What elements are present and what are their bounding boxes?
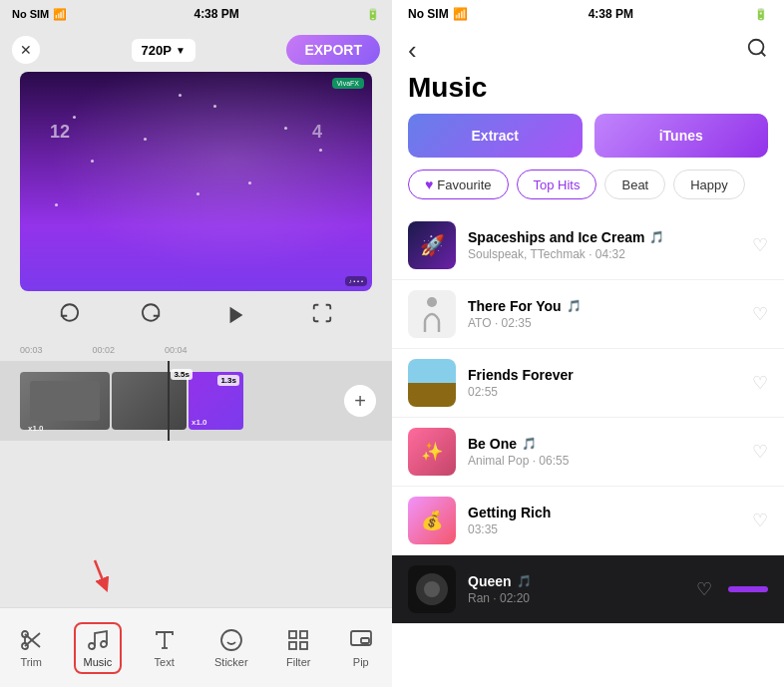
- fullscreen-button[interactable]: [311, 302, 333, 329]
- tool-text[interactable]: Text: [145, 624, 185, 672]
- song-thumb-5: 💰: [408, 497, 456, 544]
- svg-line-22: [761, 52, 765, 56]
- timecode-2: 00:02: [93, 345, 116, 355]
- clip-purple[interactable]: 1.3s x1.0: [189, 372, 243, 430]
- play-button[interactable]: [220, 299, 252, 331]
- clip-label-1: 3.5s: [171, 369, 193, 380]
- status-right-left: No SIM 📶: [408, 7, 468, 21]
- tool-filter[interactable]: Filter: [278, 624, 318, 672]
- bottom-toolbar: Trim Music Text: [0, 607, 392, 687]
- svg-point-12: [221, 630, 241, 650]
- left-panel: No SIM 📶 4:38 PM 🔋 ✕ 720P ▼ EXPORT: [0, 0, 392, 687]
- list-item[interactable]: There For You 🎵 ATO · 02:35 ♡: [392, 280, 784, 349]
- list-item[interactable]: Friends Forever 02:55 ♡: [392, 349, 784, 418]
- song-meta-6: Ran · 02:20: [468, 591, 684, 605]
- timeline-ruler: 00:03 00:02 00:04: [0, 339, 392, 361]
- tool-sticker[interactable]: Sticker: [206, 624, 256, 672]
- time-right: 4:38 PM: [588, 7, 633, 21]
- song-info-5: Getting Rich 03:35: [468, 505, 740, 536]
- wifi-icon-left: 📶: [53, 8, 67, 21]
- heart-icon: ♥: [425, 176, 433, 192]
- clip-x-purple: x1.0: [192, 418, 207, 427]
- svg-point-21: [749, 39, 764, 54]
- list-item[interactable]: 💰 Getting Rich 03:35 ♡: [392, 487, 784, 555]
- play-progress-bar: [728, 586, 768, 592]
- counter2: 4: [312, 122, 322, 143]
- svg-rect-16: [300, 631, 307, 638]
- clip-x-1: x1.0: [28, 424, 44, 433]
- song-title-1: Spaceships and Ice Cream 🎵: [468, 229, 740, 245]
- song-title-2: There For You 🎵: [468, 298, 740, 314]
- list-item[interactable]: 🚀 Spaceships and Ice Cream 🎵 Soulspeak, …: [392, 211, 784, 280]
- carrier-right: No SIM: [408, 7, 449, 21]
- resolution-button[interactable]: 720P ▼: [132, 39, 196, 62]
- carrier-left: No SIM: [12, 8, 49, 20]
- song-info-6: Queen 🎵 Ran · 02:20: [468, 573, 684, 605]
- song-title-6: Queen 🎵: [468, 573, 684, 589]
- top-bar: ✕ 720P ▼ EXPORT: [0, 28, 392, 72]
- song-meta-3: 02:55: [468, 385, 740, 399]
- svg-point-8: [89, 643, 95, 649]
- status-icons-left: 🔋: [366, 8, 380, 21]
- battery-left: 🔋: [366, 8, 380, 21]
- search-button[interactable]: [746, 37, 768, 64]
- heart-button-3[interactable]: ♡: [752, 372, 768, 394]
- song-thumb-2: [408, 290, 456, 338]
- back-button[interactable]: ‹: [408, 35, 417, 66]
- clip-label-purple: 1.3s: [217, 375, 239, 386]
- heart-button-6[interactable]: ♡: [696, 578, 712, 600]
- song-info-1: Spaceships and Ice Cream 🎵 Soulspeak, TT…: [468, 229, 740, 261]
- status-right-right: 🔋: [754, 8, 768, 21]
- list-item[interactable]: ✨ Be One 🎵 Animal Pop · 06:55 ♡: [392, 418, 784, 487]
- pro-badge-1: 🎵: [649, 230, 664, 244]
- pro-badge-2: 🎵: [567, 299, 582, 313]
- song-thumb-1: 🚀: [408, 221, 456, 269]
- heart-button-2[interactable]: ♡: [752, 303, 768, 325]
- tool-music[interactable]: Music: [74, 622, 123, 674]
- redo-button[interactable]: [140, 302, 162, 329]
- video-preview: 12 4 ♪ • • • VivaFX: [20, 72, 372, 291]
- heart-button-5[interactable]: ♡: [752, 510, 768, 531]
- wifi-icon-right: 📶: [453, 7, 468, 21]
- heart-button-1[interactable]: ♡: [752, 234, 768, 256]
- tool-pip[interactable]: Pip: [341, 624, 381, 672]
- song-thumb-3: [408, 359, 456, 407]
- svg-rect-20: [361, 638, 369, 643]
- pro-badge-4: 🎵: [522, 437, 537, 451]
- counter-overlay: 12: [50, 122, 70, 143]
- extract-tab[interactable]: Extract: [408, 114, 583, 158]
- tool-trim[interactable]: Trim: [11, 624, 51, 672]
- svg-rect-17: [289, 642, 296, 649]
- pro-badge-6: 🎵: [517, 574, 532, 588]
- svg-point-9: [101, 641, 107, 647]
- filter-tabs: ♥ Favourite Top Hits Beat Happy: [392, 170, 784, 211]
- tool-sticker-label: Sticker: [214, 656, 248, 668]
- close-button[interactable]: ✕: [12, 36, 40, 64]
- arrow-indicator: [85, 555, 125, 599]
- song-info-4: Be One 🎵 Animal Pop · 06:55: [468, 436, 740, 468]
- song-meta-1: Soulspeak, TTechmak · 04:32: [468, 247, 740, 261]
- add-clip-button[interactable]: +: [344, 385, 376, 417]
- heart-button-4[interactable]: ♡: [752, 441, 768, 463]
- filter-beat[interactable]: Beat: [604, 170, 665, 199]
- filter-favourite[interactable]: ♥ Favourite: [408, 170, 509, 199]
- list-item[interactable]: Queen 🎵 Ran · 02:20 ♡: [392, 555, 784, 624]
- video-stars: [20, 72, 372, 291]
- timecode-1: 00:03: [20, 345, 43, 355]
- clip-car-1[interactable]: [20, 372, 110, 430]
- itunes-tab[interactable]: iTunes: [594, 114, 769, 158]
- song-title-3: Friends Forever: [468, 367, 740, 383]
- export-button[interactable]: EXPORT: [286, 35, 380, 65]
- status-bar-left: No SIM 📶 4:38 PM 🔋: [0, 0, 392, 28]
- filter-top-hits[interactable]: Top Hits: [517, 170, 597, 199]
- timeline-track[interactable]: 1.3s x1.0 3.5s x1.0 +: [0, 361, 392, 441]
- song-info-3: Friends Forever 02:55: [468, 367, 740, 399]
- svg-marker-0: [229, 307, 242, 324]
- song-thumb-4: ✨: [408, 428, 456, 476]
- page-title: Music: [392, 72, 784, 114]
- undo-button[interactable]: [59, 302, 81, 329]
- clip-car-2[interactable]: [112, 372, 187, 430]
- filter-happy[interactable]: Happy: [673, 170, 745, 199]
- song-title-5: Getting Rich: [468, 505, 740, 520]
- time-left: 4:38 PM: [194, 7, 238, 21]
